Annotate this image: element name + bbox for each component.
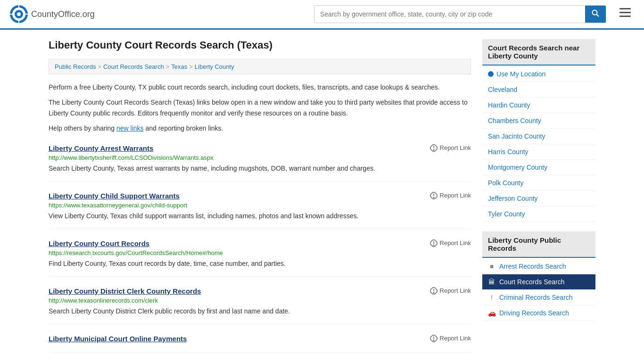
result-title-district-clerk[interactable]: Liberty County District Clerk County Rec…: [49, 287, 201, 295]
sidebar-item-driving-records[interactable]: 🚗 Driving Records Search: [482, 305, 595, 321]
sidebar-use-location[interactable]: Use My Location: [482, 66, 595, 82]
search-button[interactable]: [585, 6, 606, 23]
result-item-court-records: Liberty County Court Records Report Link…: [49, 239, 471, 277]
report-link-district-clerk[interactable]: Report Link: [430, 287, 471, 295]
breadcrumb-sep-1: >: [98, 63, 101, 70]
result-desc-arrest-warrants: Search Liberty County, Texas arrest warr…: [49, 164, 471, 173]
breadcrumb-sep-3: >: [189, 63, 193, 70]
page-header: CountyOffice.org: [0, 0, 644, 30]
breadcrumb-texas[interactable]: Texas: [171, 63, 187, 70]
breadcrumb: Public Records > Court Records Search > …: [49, 59, 471, 74]
page-title: Liberty County Court Records Search (Tex…: [49, 39, 471, 51]
intro-paragraph-2: The Liberty County Court Records Search …: [49, 97, 471, 118]
search-bar: [314, 5, 606, 23]
logo-area[interactable]: CountyOffice.org: [9, 5, 95, 24]
result-url-arrest-warrants: http://www.libertytxsheriff.com/LCSODivi…: [49, 154, 471, 161]
result-url-child-support: https://www.texasattorneygeneral.gov/chi…: [49, 202, 471, 209]
result-header-district-clerk: Liberty County District Clerk County Rec…: [49, 287, 471, 295]
sidebar-item-tyler-county[interactable]: Tyler County: [482, 206, 595, 222]
intro-paragraph-1: Perform a free Liberty County, TX public…: [49, 82, 471, 92]
report-link-municipal-court[interactable]: Report Link: [430, 335, 471, 342]
sidebar-item-montgomery-county[interactable]: Montgomery County: [482, 160, 595, 175]
svg-point-8: [593, 10, 597, 15]
search-icon: [592, 9, 599, 17]
sidebar-item-arrest-records[interactable]: ■ Arrest Records Search: [482, 259, 595, 274]
intro-paragraph-3: Help others by sharing new links and rep…: [49, 123, 471, 133]
report-link-child-support[interactable]: Report Link: [430, 192, 471, 199]
result-title-arrest-warrants[interactable]: Liberty County Arrest Warrants: [49, 144, 153, 152]
arrest-records-icon: ■: [488, 263, 495, 270]
result-desc-district-clerk: Search Liberty County District Clerk pub…: [49, 306, 471, 316]
sidebar-item-harris-county[interactable]: Harris County: [482, 144, 595, 160]
hamburger-icon: [619, 8, 631, 17]
sidebar-item-criminal-records[interactable]: ! Criminal Records Search: [482, 290, 595, 305]
sidebar-item-chambers-county[interactable]: Chambers County: [482, 113, 595, 129]
svg-point-18: [433, 197, 434, 198]
new-links-link[interactable]: new links: [116, 124, 144, 132]
breadcrumb-sep-2: >: [166, 63, 170, 70]
svg-point-27: [433, 340, 434, 341]
breadcrumb-court-records[interactable]: Court Records Search: [103, 63, 164, 70]
sidebar-item-polk-county[interactable]: Polk County: [482, 175, 595, 191]
sidebar-item-hardin-county[interactable]: Hardin County: [482, 98, 595, 113]
sidebar: Court Records Search near Liberty County…: [482, 39, 595, 353]
sidebar-nearby-header: Court Records Search near Liberty County: [482, 39, 595, 66]
svg-line-9: [597, 15, 599, 17]
court-records-icon: 🏛: [488, 278, 495, 286]
report-link-arrest-warrants[interactable]: Report Link: [430, 144, 471, 152]
result-url-court-records: https://research.txcourts.gov/CourtRecor…: [49, 249, 471, 256]
sidebar-public-records-section: Liberty County Public Records ■ Arrest R…: [482, 231, 595, 321]
result-desc-child-support: View Liberty County, Texas child support…: [49, 211, 471, 221]
result-item-arrest-warrants: Liberty County Arrest Warrants Report Li…: [49, 144, 471, 181]
main-container: Liberty County Court Records Search (Tex…: [39, 30, 605, 362]
content-area: Liberty County Court Records Search (Tex…: [49, 39, 471, 353]
sidebar-item-san-jacinto-county[interactable]: San Jacinto County: [482, 129, 595, 144]
result-title-child-support[interactable]: Liberty County Child Support Warrants: [49, 192, 180, 200]
svg-rect-11: [619, 12, 631, 13]
result-title-court-records[interactable]: Liberty County Court Records: [49, 239, 149, 247]
driving-records-icon: 🚗: [488, 309, 495, 317]
report-icon-arrest: [430, 144, 438, 152]
svg-rect-10: [619, 8, 631, 9]
sidebar-item-cleveland[interactable]: Cleveland: [482, 82, 595, 98]
result-desc-court-records: Find Liberty County, Texas court records…: [49, 259, 471, 269]
logo-icon: [9, 5, 28, 24]
report-icon-district: [430, 287, 438, 295]
svg-rect-12: [619, 16, 631, 17]
sidebar-item-court-records-search[interactable]: 🏛 Court Records Search: [482, 274, 595, 290]
svg-point-15: [433, 149, 434, 150]
sidebar-item-jefferson-county[interactable]: Jefferson County: [482, 191, 595, 206]
result-header-child-support: Liberty County Child Support Warrants Re…: [49, 192, 471, 200]
result-title-municipal-court[interactable]: Liberty Municipal Court Online Payments: [49, 335, 187, 343]
svg-point-24: [433, 292, 434, 293]
report-icon-court: [430, 239, 438, 247]
result-item-child-support: Liberty County Child Support Warrants Re…: [49, 192, 471, 229]
sidebar-public-records-header: Liberty County Public Records: [482, 231, 595, 258]
hamburger-button[interactable]: [616, 6, 635, 22]
breadcrumb-liberty-county[interactable]: Liberty County: [195, 63, 234, 70]
result-header-court-records: Liberty County Court Records Report Link: [49, 239, 471, 247]
svg-point-21: [433, 245, 434, 246]
report-icon-municipal: [430, 335, 438, 342]
report-link-court-records[interactable]: Report Link: [430, 239, 471, 247]
result-header-arrest-warrants: Liberty County Arrest Warrants Report Li…: [49, 144, 471, 152]
svg-point-3: [17, 12, 21, 16]
location-dot-icon: [488, 71, 494, 77]
result-url-district-clerk: http://www.texasonlinerecords.com/clerk: [49, 297, 471, 304]
search-input[interactable]: [314, 7, 585, 22]
report-icon-child: [430, 192, 438, 199]
result-item-district-clerk: Liberty County District Clerk County Rec…: [49, 287, 471, 324]
sidebar-nearby-section: Court Records Search near Liberty County…: [482, 39, 595, 222]
result-header-municipal-court: Liberty Municipal Court Online Payments …: [49, 335, 471, 343]
criminal-records-icon: !: [488, 294, 495, 301]
result-item-municipal-court: Liberty Municipal Court Online Payments …: [49, 335, 471, 353]
breadcrumb-public-records[interactable]: Public Records: [55, 63, 96, 70]
logo-text: CountyOffice.org: [31, 9, 95, 19]
